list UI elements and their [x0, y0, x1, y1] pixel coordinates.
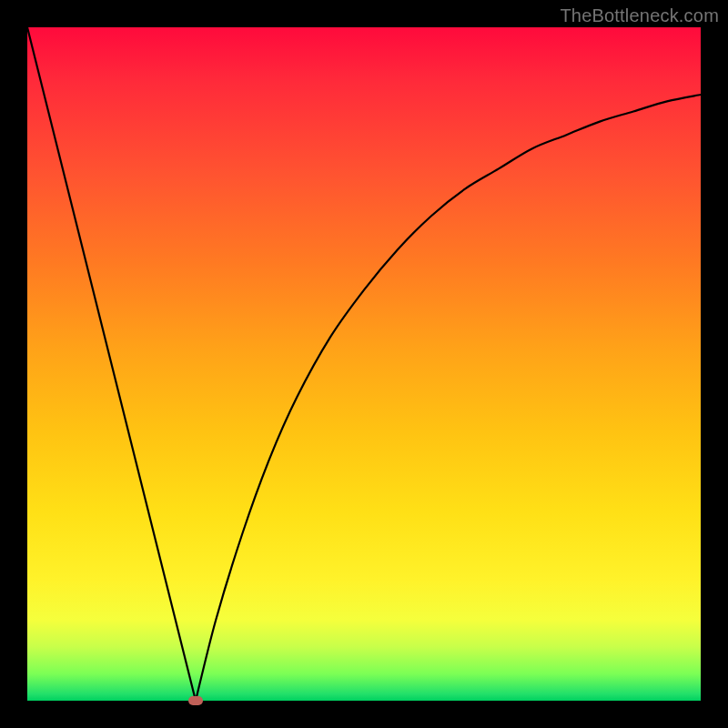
bottleneck-curve: [27, 27, 701, 701]
curve-svg: [27, 27, 701, 701]
watermark-text: TheBottleneck.com: [560, 5, 719, 26]
min-marker: [188, 696, 203, 705]
chart-frame: TheBottleneck.com: [0, 0, 728, 728]
plot-area: [27, 27, 701, 701]
